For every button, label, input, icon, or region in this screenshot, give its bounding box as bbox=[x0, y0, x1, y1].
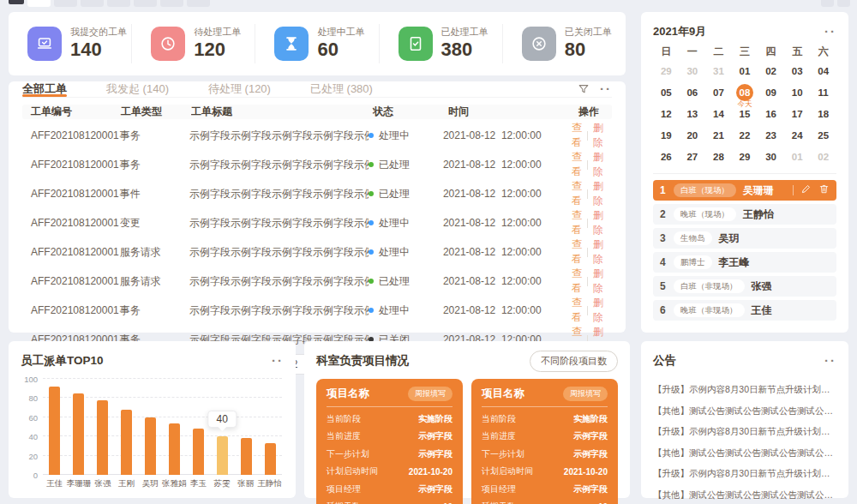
calendar-day[interactable]: 26 bbox=[653, 146, 680, 167]
view-link[interactable]: 查看 bbox=[572, 237, 582, 267]
view-link[interactable]: 查看 bbox=[572, 121, 582, 150]
more-icon[interactable]: ·· bbox=[272, 357, 284, 365]
calendar-day[interactable]: 29 bbox=[732, 146, 758, 167]
announcement-item[interactable]: 【其他】测试公告测试公告测试公告测试公告测试公告 bbox=[653, 442, 836, 464]
view-link[interactable]: 查看 bbox=[572, 296, 582, 325]
top-tab[interactable] bbox=[81, 0, 104, 7]
calendar-day[interactable]: 17 bbox=[784, 103, 811, 124]
duty-row[interactable]: 1白班（现场）吴珊珊 bbox=[653, 180, 836, 201]
weekly-report-badge[interactable]: 周报填写 bbox=[563, 387, 608, 401]
duty-row[interactable]: 3生物岛吴玥 bbox=[653, 228, 836, 249]
stat-card[interactable]: 待处理工单120 bbox=[131, 24, 255, 63]
calendar-day[interactable]: 05 bbox=[653, 81, 680, 103]
more-icon[interactable]: ·· bbox=[600, 85, 612, 93]
announcement-item[interactable]: 【升级】示例内容8月30日新节点升级计划通知 bbox=[653, 379, 836, 400]
delete-link[interactable]: 删除 bbox=[593, 121, 603, 150]
bar-李珊珊[interactable] bbox=[73, 393, 84, 475]
edit-icon[interactable] bbox=[800, 183, 812, 198]
tab-已处理 (380)[interactable]: 已处理 (380) bbox=[310, 81, 373, 97]
stat-card[interactable]: 已关闭工单80 bbox=[502, 24, 626, 63]
calendar-day[interactable]: 10 bbox=[784, 81, 811, 103]
calendar-day[interactable]: 04 bbox=[810, 60, 836, 81]
delete-link[interactable]: 删除 bbox=[593, 237, 603, 267]
bar-张雅娟[interactable] bbox=[169, 423, 180, 475]
announcement-item[interactable]: 【其他】测试公告测试公告测试公告测试公告测试公告 bbox=[653, 484, 836, 504]
tab-待处理 (120)[interactable]: 待处理 (120) bbox=[208, 81, 271, 97]
calendar-day[interactable]: 11 bbox=[810, 81, 836, 103]
trash-icon[interactable] bbox=[818, 183, 830, 198]
top-tab[interactable] bbox=[27, 0, 51, 7]
calendar-day[interactable]: 24 bbox=[784, 124, 811, 146]
tab-全部工单[interactable]: 全部工单 bbox=[22, 81, 67, 97]
filter-icon[interactable] bbox=[578, 83, 590, 95]
view-link[interactable]: 查看 bbox=[572, 150, 582, 179]
calendar-day[interactable]: 07 bbox=[705, 81, 732, 103]
duty-row[interactable]: 2晚班（现场）王静怡 bbox=[653, 204, 836, 225]
delete-link[interactable]: 删除 bbox=[593, 267, 603, 296]
bar-王刚[interactable] bbox=[121, 410, 132, 475]
calendar-day[interactable]: 23 bbox=[758, 124, 784, 146]
calendar-day[interactable]: 28 bbox=[705, 146, 732, 167]
calendar-day[interactable]: 02 bbox=[810, 146, 836, 167]
calendar-day[interactable]: 25 bbox=[810, 124, 836, 146]
view-link[interactable]: 查看 bbox=[572, 179, 582, 208]
calendar-day[interactable]: 27 bbox=[680, 146, 706, 167]
tab-我发起 (140)[interactable]: 我发起 (140) bbox=[106, 81, 169, 97]
weekly-report-badge[interactable]: 周报填写 bbox=[408, 387, 452, 401]
bar-王静怡[interactable] bbox=[265, 443, 276, 475]
delete-link[interactable]: 删除 bbox=[593, 150, 603, 179]
calendar-day[interactable]: 13 bbox=[680, 103, 706, 124]
calendar-day[interactable]: 15 bbox=[732, 103, 758, 124]
bar-苏雯[interactable] bbox=[217, 436, 228, 475]
calendar-day[interactable]: 19 bbox=[653, 124, 680, 146]
bar-李玉[interactable] bbox=[193, 429, 204, 475]
calendar-day[interactable]: 01 bbox=[784, 146, 811, 167]
calendar-day[interactable]: 20 bbox=[680, 124, 706, 146]
calendar-day[interactable]: 12 bbox=[653, 103, 680, 124]
announcement-item[interactable]: 【升级】示例内容8月30日新节点升级计划通知 bbox=[653, 463, 836, 484]
calendar-day[interactable]: 18 bbox=[810, 103, 836, 124]
view-link[interactable]: 查看 bbox=[572, 208, 582, 237]
calendar-day[interactable]: 29 bbox=[653, 60, 680, 81]
stat-card[interactable]: 已处理工单380 bbox=[379, 24, 502, 63]
calendar-day[interactable]: 30 bbox=[758, 146, 784, 167]
calendar-day[interactable]: 30 bbox=[680, 60, 706, 81]
calendar-day[interactable]: 08今天 bbox=[732, 81, 758, 103]
delete-link[interactable]: 删除 bbox=[593, 296, 603, 325]
calendar-day[interactable]: 01 bbox=[732, 60, 758, 81]
calendar-day[interactable]: 21 bbox=[705, 124, 732, 146]
top-tab[interactable] bbox=[54, 0, 77, 7]
bar-王佳[interactable] bbox=[49, 387, 60, 475]
stage-count-button[interactable]: 不同阶段项目数 bbox=[530, 351, 618, 372]
calendar-day[interactable]: 22 bbox=[732, 124, 758, 146]
delete-link[interactable]: 删除 bbox=[593, 208, 603, 237]
more-icon[interactable]: ·· bbox=[824, 27, 836, 36]
duty-row[interactable]: 4鹏博士李王峰 bbox=[653, 252, 836, 273]
calendar-day[interactable]: 03 bbox=[784, 60, 811, 81]
top-tab[interactable] bbox=[160, 0, 183, 7]
top-tab[interactable] bbox=[837, 0, 850, 7]
top-tab[interactable] bbox=[821, 0, 834, 7]
day-number: 22 bbox=[740, 130, 751, 141]
bar-吴玥[interactable] bbox=[145, 417, 156, 475]
stat-card[interactable]: 处理中工单60 bbox=[255, 24, 378, 63]
bar-张强[interactable] bbox=[97, 400, 108, 475]
more-icon[interactable]: ·· bbox=[824, 357, 836, 365]
calendar-day[interactable]: 06 bbox=[680, 81, 706, 103]
announcement-item[interactable]: 【其他】测试公告测试公告测试公告测试公告测试公告 bbox=[653, 400, 836, 422]
stat-card[interactable]: 我提交的工单140 bbox=[9, 24, 131, 63]
duty-row[interactable]: 6晚班（非现场）王佳 bbox=[653, 300, 836, 321]
view-link[interactable]: 查看 bbox=[572, 267, 582, 296]
top-tab[interactable] bbox=[107, 0, 130, 7]
duty-row[interactable]: 5白班（非现场）张强 bbox=[653, 276, 836, 297]
calendar-day[interactable]: 16 bbox=[758, 103, 784, 124]
calendar-day[interactable]: 02 bbox=[758, 60, 784, 81]
top-tab[interactable] bbox=[187, 0, 210, 7]
announcement-item[interactable]: 【升级】示例内容8月30日新节点升级计划通知 bbox=[653, 421, 836, 442]
top-tab[interactable] bbox=[134, 0, 157, 7]
calendar-day[interactable]: 14 bbox=[705, 103, 732, 124]
calendar-day[interactable]: 31 bbox=[705, 60, 732, 81]
delete-link[interactable]: 删除 bbox=[593, 179, 603, 208]
calendar-day[interactable]: 09 bbox=[758, 81, 784, 103]
bar-张丽[interactable] bbox=[241, 438, 252, 475]
